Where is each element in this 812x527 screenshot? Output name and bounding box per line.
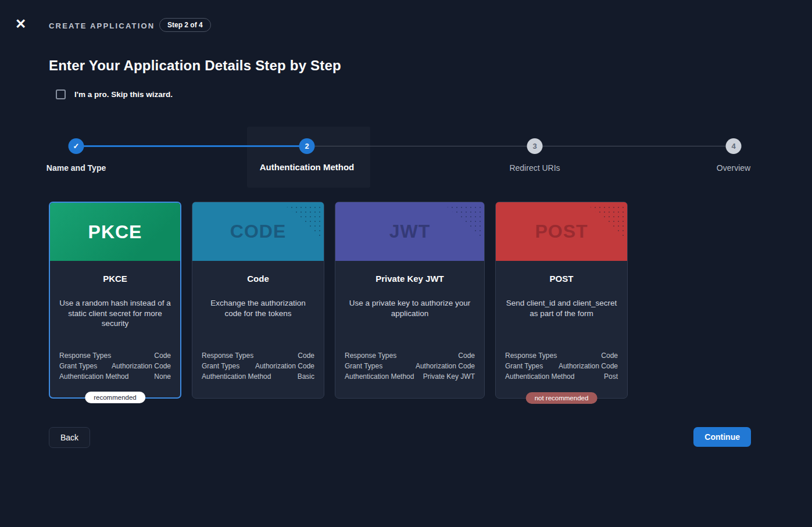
- card-description: Use a random hash instead of a static cl…: [59, 298, 171, 329]
- property-label: Response Types: [59, 350, 111, 361]
- property-value: Authorization Code: [559, 361, 618, 371]
- card-description: Use a private key to authorize your appl…: [345, 298, 475, 318]
- property-value: Code: [601, 350, 618, 361]
- step-2-label: Authentication Method: [260, 162, 354, 172]
- property-row: Response TypesCode: [345, 350, 475, 361]
- stepper-connector: [307, 146, 535, 146]
- active-step-highlight: [247, 127, 370, 188]
- property-row: Authentication MethodBasic: [202, 371, 314, 382]
- property-value: Code: [154, 350, 171, 361]
- property-value: Basic: [298, 371, 314, 382]
- post-banner: POST: [496, 202, 627, 261]
- banner-text: JWT: [389, 221, 431, 242]
- card-properties: Response TypesCode Grant TypesAuthorizat…: [202, 350, 314, 382]
- post-card-body: POST Send client_id and client_secret as…: [496, 261, 627, 398]
- banner-text: POST: [535, 221, 588, 242]
- step-4-label: Overview: [717, 163, 750, 173]
- wizard-stepper: ✓ 2 3 4 Name and Type Authentication Met…: [49, 127, 760, 188]
- continue-button[interactable]: Continue: [693, 427, 751, 447]
- skip-wizard-row: I'm a pro. Skip this wizard.: [56, 89, 173, 99]
- step-1-circle-check-icon[interactable]: ✓: [69, 138, 84, 154]
- corner-dots-decoration: [588, 205, 624, 238]
- card-properties: Response TypesCode Grant TypesAuthorizat…: [345, 350, 475, 382]
- property-label: Response Types: [345, 350, 396, 361]
- property-label: Authentication Method: [202, 371, 271, 382]
- property-label: Grant Types: [345, 361, 382, 371]
- property-label: Authentication Method: [59, 371, 128, 382]
- property-row: Grant TypesAuthorization Code: [345, 361, 475, 371]
- auth-method-card-post[interactable]: POST POST Send client_id and client_secr…: [495, 202, 628, 399]
- auth-method-card-code[interactable]: CODE Code Exchange the authorization cod…: [192, 202, 324, 399]
- property-row: Response TypesCode: [505, 350, 618, 361]
- property-label: Response Types: [505, 350, 557, 361]
- property-row: Authentication MethodNone: [59, 371, 171, 382]
- back-button[interactable]: Back: [49, 427, 90, 448]
- property-value: Authorization Code: [416, 361, 475, 371]
- card-description: Send client_id and client_secret as part…: [505, 298, 618, 318]
- step-3-label: Redirect URIs: [509, 163, 560, 173]
- not-recommended-badge: not recommended: [526, 392, 598, 404]
- property-row: Response TypesCode: [59, 350, 171, 361]
- pkce-card-body: PKCE Use a random hash instead of a stat…: [50, 261, 180, 398]
- pkce-banner: PKCE: [50, 203, 180, 261]
- card-title: PKCE: [59, 274, 171, 284]
- auth-method-card-jwt[interactable]: JWT Private Key JWT Use a private key to…: [335, 202, 485, 399]
- step-4-circle[interactable]: 4: [726, 138, 742, 154]
- card-properties: Response TypesCode Grant TypesAuthorizat…: [505, 350, 618, 382]
- property-value: Post: [604, 371, 618, 382]
- property-row: Response TypesCode: [202, 350, 314, 361]
- corner-dots-decoration: [445, 205, 481, 238]
- step-1-label: Name and Type: [46, 163, 106, 173]
- code-banner: CODE: [192, 202, 324, 261]
- card-title: Code: [202, 274, 314, 284]
- property-label: Authentication Method: [505, 371, 574, 382]
- card-title: Private Key JWT: [345, 274, 475, 284]
- stepper-connector: [535, 146, 734, 146]
- property-value: Authorization Code: [255, 361, 314, 371]
- property-value: Code: [458, 350, 475, 361]
- stepper-connector-done: [76, 145, 307, 147]
- property-label: Authentication Method: [345, 371, 414, 382]
- wizard-heading: Enter Your Application Details Step by S…: [49, 58, 341, 74]
- property-label: Grant Types: [505, 361, 543, 371]
- jwt-card-body: Private Key JWT Use a private key to aut…: [335, 261, 484, 398]
- property-row: Grant TypesAuthorization Code: [505, 361, 618, 371]
- property-label: Response Types: [202, 350, 253, 361]
- corner-dots-decoration: [285, 205, 321, 238]
- banner-text: CODE: [230, 221, 286, 242]
- property-value: Authorization Code: [112, 361, 171, 371]
- card-properties: Response TypesCode Grant TypesAuthorizat…: [59, 350, 171, 382]
- property-value: Private Key JWT: [423, 371, 475, 382]
- property-row: Grant TypesAuthorization Code: [59, 361, 171, 371]
- property-label: Grant Types: [202, 361, 239, 371]
- page-title: CREATE APPLICATION: [49, 21, 155, 30]
- property-label: Grant Types: [59, 361, 97, 371]
- step-count-badge: Step 2 of 4: [159, 18, 211, 32]
- property-value: Code: [298, 350, 314, 361]
- code-card-body: Code Exchange the authorization code for…: [192, 261, 324, 398]
- property-row: Grant TypesAuthorization Code: [202, 361, 314, 371]
- recommended-badge: recommended: [85, 392, 145, 403]
- skip-wizard-checkbox[interactable]: [56, 89, 66, 99]
- close-icon[interactable]: ✕: [15, 17, 26, 31]
- jwt-banner: JWT: [335, 202, 484, 261]
- card-description: Exchange the authorization code for the …: [202, 298, 314, 318]
- auth-method-card-pkce[interactable]: PKCE PKCE Use a random hash instead of a…: [49, 202, 181, 399]
- property-value: None: [154, 371, 171, 382]
- create-application-wizard: ✕ CREATE APPLICATION Step 2 of 4 Enter Y…: [0, 0, 812, 527]
- step-2-circle[interactable]: 2: [299, 138, 315, 154]
- auth-method-card-list: PKCE PKCE Use a random hash instead of a…: [49, 202, 628, 399]
- skip-wizard-label: I'm a pro. Skip this wizard.: [74, 90, 173, 99]
- property-row: Authentication MethodPrivate Key JWT: [345, 371, 475, 382]
- step-3-circle[interactable]: 3: [527, 138, 543, 154]
- card-title: POST: [505, 274, 618, 284]
- property-row: Authentication MethodPost: [505, 371, 618, 382]
